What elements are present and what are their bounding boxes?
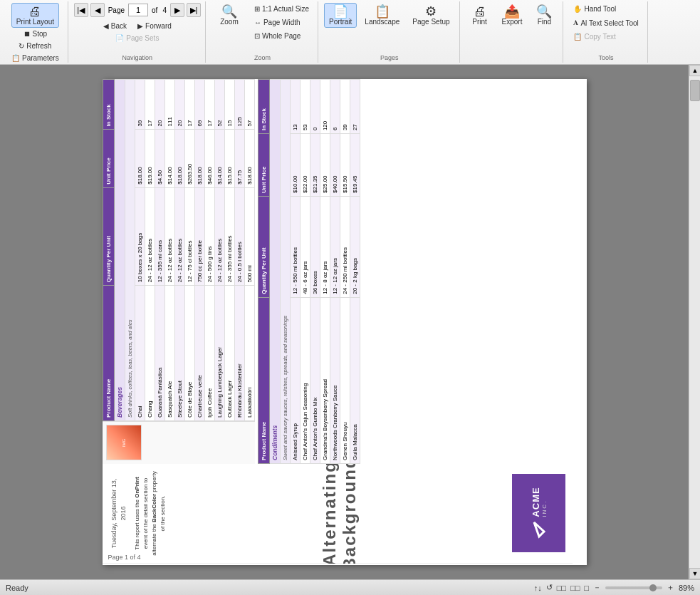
table-row: Guila Malacca20 - 2 kg bags$19.4527 — [350, 80, 360, 464]
status-text: Ready — [6, 584, 28, 592]
qty-cell: 10 boxes x 20 bags — [135, 187, 145, 286]
find-button[interactable]: 🔍 Find — [530, 3, 558, 28]
whole-page-button[interactable]: ⊡ Whole Page — [250, 30, 313, 42]
acme-logo: ACME INC. — [512, 475, 565, 553]
zoom-button[interactable]: 🔍 Zoom — [211, 3, 247, 28]
product-image: IMG — [106, 425, 142, 461]
page-number-label: Page 1 of 4 — [108, 554, 141, 561]
price-cell: $15.00 — [224, 130, 234, 187]
stock-cell: 53 — [300, 80, 310, 134]
text-select-button[interactable]: 𝐀 Al Text Select Tool — [569, 16, 642, 29]
zoom-minus-button[interactable]: － — [593, 582, 601, 593]
section-condiments-header: Condiments — [269, 80, 280, 464]
page-container: Tuesday, September 13, 2016 This report … — [103, 79, 587, 565]
document-area: Tuesday, September 13, 2016 This report … — [0, 65, 689, 579]
nav-next-button[interactable]: ▶ — [170, 3, 184, 17]
status-icon-5[interactable]: □ — [584, 584, 589, 592]
status-icon-2[interactable]: ↺ — [546, 583, 553, 592]
qty-cell: 24 - 250 ml bottles — [340, 196, 350, 297]
zoom-plus-button[interactable]: ＋ — [667, 582, 674, 593]
qty-cell: 48 - 6 oz jars — [300, 196, 310, 297]
view-top-row: 🖨 Print Layout — [11, 3, 59, 28]
portrait-button[interactable]: 📄 Portrait — [324, 3, 357, 28]
zoom-group-label: Zoom — [254, 53, 271, 61]
table-row: Chef Anton's Gumbo Mix36 boxes$21.350 — [310, 80, 320, 464]
status-icon-3[interactable]: □□ — [557, 584, 566, 592]
scroll-up-button[interactable]: ▲ — [689, 65, 700, 76]
stock-cell: 20 — [174, 80, 184, 130]
product-image-area: IMG — [103, 421, 255, 464]
price-cell: $7.75 — [234, 130, 244, 187]
stock-cell: 111 — [164, 80, 174, 130]
scroll-thumb[interactable] — [690, 80, 700, 101]
back-button[interactable]: ◀ Back — [99, 20, 131, 32]
tools-group: ✋ Hand Tool 𝐀 Al Text Select Tool 📋 Copy… — [565, 1, 647, 63]
nav-last-button[interactable]: ▶| — [187, 3, 201, 17]
section-beverages-header: Beverages — [114, 80, 125, 421]
page-number-input[interactable] — [128, 4, 148, 16]
page-setup-button[interactable]: ⚙ Page Setup — [407, 3, 454, 28]
parameters-icon: 📋 — [11, 54, 20, 62]
stock-cell: 6 — [330, 80, 340, 134]
nav-prev-button[interactable]: ◀ — [90, 3, 105, 17]
product-name-cell: Outback Lager — [224, 286, 234, 421]
print-layout-icon: 🖨 — [28, 5, 41, 18]
alternating-title: Alternating Background — [320, 456, 360, 564]
zoom-options: ⊞ 1:1 Actual Size ↔ Page Width ⊡ Whole P… — [250, 3, 313, 42]
copy-text-button[interactable]: 📋 Copy Text — [569, 31, 642, 43]
page-sets-label: Page Sets — [126, 34, 159, 42]
text-select-icon: 𝐀 — [573, 19, 578, 27]
stop-button[interactable]: ⏹ Stop — [19, 28, 52, 40]
navigation-group: |◀ ◀ Page of 4 ▶ ▶| ◀ Back ▶ Forward — [70, 1, 206, 63]
landscape-button[interactable]: 📋 Landscape — [360, 3, 404, 28]
table-row: Côte de Blaye12 - 75 cl bottles$263.5017 — [184, 80, 194, 421]
acme-check-icon — [528, 519, 549, 540]
table-row: Guaraná Fantástica12 - 355 ml cans$4.502… — [155, 80, 164, 421]
page-width-button[interactable]: ↔ Page Width — [250, 16, 313, 29]
stock-cell: 17 — [204, 80, 214, 130]
scroll-down-button[interactable]: ▼ — [689, 568, 700, 579]
price-cell: $22.00 — [300, 134, 310, 197]
price-cell: $15.50 — [340, 134, 350, 197]
hand-tool-button[interactable]: ✋ Hand Tool — [569, 3, 642, 15]
zoom-slider[interactable] — [605, 586, 662, 589]
product-name-cell: Northwoods Cranberry Sauce — [330, 297, 340, 463]
th-product-name-2: Product Name — [258, 297, 269, 463]
refresh-button[interactable]: ↻ Refresh — [14, 40, 56, 52]
qty-cell: 12 - 12 oz jars — [330, 196, 340, 297]
stop-label: Stop — [33, 30, 48, 38]
price-cell: $25.00 — [320, 134, 330, 197]
export-button[interactable]: 📤 Export — [497, 3, 528, 28]
print-layout-button[interactable]: 🖨 Print Layout — [11, 3, 59, 28]
zoom-thumb[interactable] — [649, 584, 657, 591]
status-icon-1[interactable]: ↑↓ — [534, 584, 542, 592]
parameters-button[interactable]: 📋 Parameters — [7, 52, 63, 64]
price-cell: $18.00 — [174, 130, 184, 187]
vertical-scrollbar[interactable]: ▲ ▼ — [689, 65, 700, 579]
table-row: Chef Anton's Cajun Seasoning48 - 6 oz ja… — [300, 80, 310, 464]
acme-logo-content: ACME INC. — [528, 487, 549, 539]
status-icon-4[interactable]: □□ — [570, 584, 580, 592]
stock-cell: 125 — [234, 80, 244, 130]
actual-size-button[interactable]: ⊞ 1:1 Actual Size — [250, 3, 313, 15]
qty-cell: 24 - 0.5 l bottles — [234, 187, 244, 286]
qty-cell: 20 - 2 kg bags — [350, 196, 360, 297]
zoom-icon: 🔍 — [221, 5, 237, 18]
panel-top: Tuesday, September 13, 2016 This report … — [110, 471, 167, 557]
print-button[interactable]: 🖨 Print — [466, 3, 494, 28]
status-right: ↑↓ ↺ □□ □□ □ － ＋ 89% — [534, 582, 694, 593]
price-cell: $18.00 — [135, 130, 145, 187]
document-scroll[interactable]: Tuesday, September 13, 2016 This report … — [0, 65, 689, 579]
svg-marker-0 — [533, 522, 543, 537]
price-cell: $14.00 — [164, 130, 174, 187]
price-cell: $4.50 — [155, 130, 164, 187]
qty-cell: 24 - 12 oz bottles — [214, 187, 224, 286]
nav-first-button[interactable]: |◀ — [74, 3, 88, 17]
scroll-track[interactable] — [689, 76, 700, 568]
main-data-area: IMG Product Name Quant — [103, 79, 573, 464]
table-row: Aniseed Syrup12 - 550 ml bottles$10.0013 — [290, 80, 300, 464]
forward-button[interactable]: ▶ Forward — [133, 20, 176, 32]
beverages-table: Product Name Quantity Per Unit Unit Pric… — [103, 79, 255, 421]
refresh-icon: ↻ — [19, 42, 24, 50]
qty-cell: 500 ml — [244, 187, 254, 286]
